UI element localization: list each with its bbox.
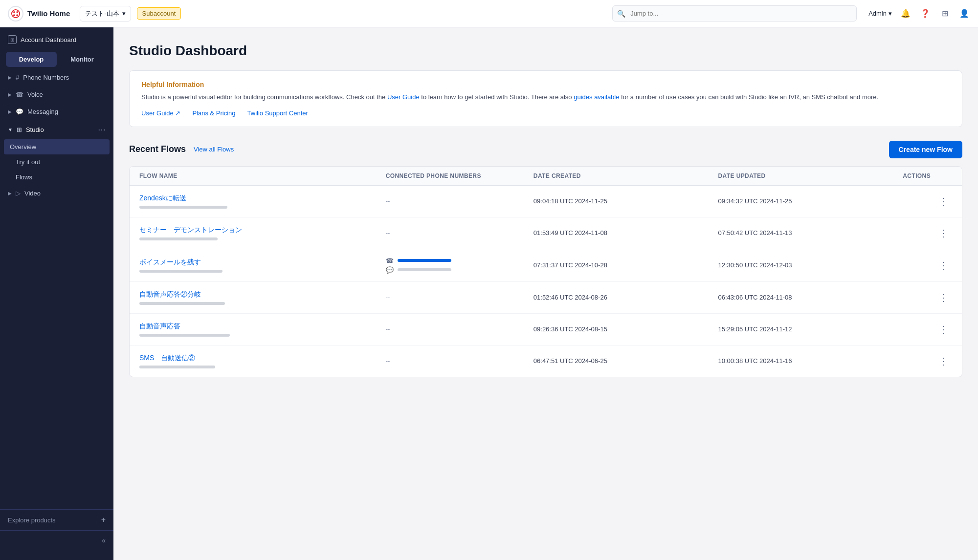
flow-name-cell-4: 自動音声応答 <box>139 322 386 337</box>
account-selector[interactable]: テスト-山本 ▾ <box>80 6 131 22</box>
flow-link-1[interactable]: セミナー デモンストレーション <box>139 226 386 235</box>
date-updated-cell-5: 10:00:38 UTC 2024-11-16 <box>718 357 903 365</box>
svg-point-2 <box>16 11 18 13</box>
search-container: 🔍 <box>612 5 857 22</box>
notifications-icon[interactable]: 🔔 <box>900 8 911 20</box>
flow-bar-0 <box>139 206 227 209</box>
account-name: テスト-山本 <box>85 9 119 18</box>
video-label: Video <box>24 190 41 197</box>
help-icon[interactable]: ❓ <box>919 8 931 20</box>
sidebar-collapse-button[interactable]: « <box>0 530 113 550</box>
sidebar-item-video[interactable]: ▶ ▷ Video <box>0 185 113 202</box>
account-dashboard-label[interactable]: Account Dashboard <box>21 36 76 43</box>
tab-monitor[interactable]: Monitor <box>57 52 108 67</box>
studio-flows-item[interactable]: Flows <box>0 170 113 185</box>
phone-numbers-label: Phone Numbers <box>23 74 69 81</box>
admin-label: Admin <box>868 10 887 17</box>
sidebar-tabs: Develop Monitor <box>6 52 108 67</box>
date-updated-cell-4: 15:29:05 UTC 2024-11-12 <box>718 325 903 333</box>
helpful-text-after-link1: to learn how to get started with Studio.… <box>420 93 574 101</box>
phone-number-icon: ☎ <box>386 257 394 264</box>
more-actions-button-4[interactable]: ⋮ <box>934 322 952 337</box>
flow-link-2[interactable]: ボイスメールを残す <box>139 258 386 267</box>
helpful-info-title: Helpful Information <box>141 81 950 88</box>
svg-point-0 <box>12 9 20 17</box>
studio-icon: ⊞ <box>17 126 22 133</box>
flows-label: Flows <box>16 173 32 181</box>
try-it-out-label: Try it out <box>16 158 40 166</box>
sidebar-item-voice[interactable]: ▶ ☎ Voice <box>0 86 113 103</box>
connected-number-row-1: 💬 <box>386 266 533 274</box>
flows-table: Flow Name Connected phone numbers Date c… <box>129 166 962 377</box>
view-all-flows-link[interactable]: View all Flows <box>194 146 234 153</box>
date-created-cell-3: 01:52:46 UTC 2024-08-26 <box>533 294 718 301</box>
flow-name-cell-5: SMS 自動送信② <box>139 354 386 368</box>
collapse-icon: « <box>102 537 106 544</box>
flow-link-4[interactable]: 自動音声応答 <box>139 322 386 331</box>
studio-more-icon[interactable]: ⋯ <box>98 125 106 134</box>
helpful-link-user-guide[interactable]: User Guide ↗ <box>141 109 180 117</box>
tab-develop[interactable]: Develop <box>6 52 57 67</box>
create-new-flow-button[interactable]: Create new Flow <box>889 141 962 158</box>
connected-cell-0: -- <box>386 197 533 205</box>
studio-try-it-out-item[interactable]: Try it out <box>0 154 113 170</box>
overview-label: Overview <box>10 143 36 151</box>
app-name: Twilio Home <box>27 9 70 18</box>
more-actions-button-1[interactable]: ⋮ <box>934 225 952 241</box>
admin-arrow: ▾ <box>889 10 892 17</box>
account-icon: ⊞ <box>8 35 17 44</box>
more-actions-button-3[interactable]: ⋮ <box>934 290 952 305</box>
flow-link-3[interactable]: 自動音声応答②分岐 <box>139 290 386 299</box>
flow-bar-5 <box>139 366 215 368</box>
svg-point-3 <box>13 14 15 16</box>
search-input[interactable] <box>612 5 857 22</box>
table-row: 自動音声応答 -- 09:26:36 UTC 2024-08-15 15:29:… <box>130 314 962 345</box>
explore-plus-icon[interactable]: + <box>101 516 106 524</box>
video-icon: ▷ <box>16 190 21 197</box>
admin-menu[interactable]: Admin ▾ <box>868 10 892 17</box>
hash-icon: # <box>16 74 19 81</box>
messaging-icon: 💬 <box>16 108 23 115</box>
helpful-text-before-link1: Studio is a powerful visual editor for b… <box>141 93 387 101</box>
helpful-link-support[interactable]: Twilio Support Center <box>247 109 308 117</box>
expand-arrow-video: ▶ <box>8 191 12 196</box>
header-date-created: Date created <box>533 172 718 179</box>
sidebar-item-phone-numbers[interactable]: ▶ # Phone Numbers <box>0 69 113 86</box>
actions-cell-0: ⋮ <box>903 194 952 209</box>
flow-name-cell-1: セミナー デモンストレーション <box>139 226 386 240</box>
flow-link-0[interactable]: Zendeskに転送 <box>139 194 386 203</box>
user-guide-link[interactable]: User Guide <box>387 93 420 101</box>
actions-cell-5: ⋮ <box>903 353 952 369</box>
helpful-link-pricing[interactable]: Plans & Pricing <box>192 109 235 117</box>
user-icon[interactable]: 👤 <box>958 8 970 20</box>
actions-cell-2: ⋮ <box>903 258 952 273</box>
search-icon: 🔍 <box>617 10 625 18</box>
sidebar-account: ⊞ Account Dashboard <box>0 27 113 48</box>
table-row: SMS 自動送信② -- 06:47:51 UTC 2024-06-25 10:… <box>130 345 962 377</box>
helpful-info-box: Helpful Information Studio is a powerful… <box>129 70 962 127</box>
helpful-text-after-link2: for a number of use cases you can build … <box>619 93 878 101</box>
guides-available-link[interactable]: guides available <box>574 93 619 101</box>
page-title: Studio Dashboard <box>129 43 962 59</box>
header-flow-name: Flow Name <box>139 172 386 179</box>
studio-overview-item[interactable]: Overview <box>4 139 110 154</box>
more-actions-button-0[interactable]: ⋮ <box>934 194 952 209</box>
helpful-info-links: User Guide ↗ Plans & Pricing Twilio Supp… <box>141 109 950 117</box>
studio-label: Studio <box>26 126 44 133</box>
svg-point-4 <box>16 14 18 16</box>
table-row: セミナー デモンストレーション -- 01:53:49 UTC 2024-11-… <box>130 217 962 249</box>
connected-cell-3: -- <box>386 294 533 301</box>
studio-subnav: Overview Try it out Flows <box>0 139 113 185</box>
flow-link-5[interactable]: SMS 自動送信② <box>139 354 386 363</box>
sidebar-item-messaging[interactable]: ▶ 💬 Messaging <box>0 103 113 120</box>
helpful-info-text: Studio is a powerful visual editor for b… <box>141 92 950 103</box>
voice-label: Voice <box>27 91 43 98</box>
voice-icon: ☎ <box>16 91 23 98</box>
more-actions-button-5[interactable]: ⋮ <box>934 353 952 369</box>
connected-cell-1: -- <box>386 229 533 237</box>
more-actions-button-2[interactable]: ⋮ <box>934 258 952 273</box>
grid-icon[interactable]: ⊞ <box>939 8 951 20</box>
app-logo[interactable]: Twilio Home <box>8 6 70 22</box>
header-connected-numbers: Connected phone numbers <box>386 172 533 179</box>
sidebar-item-studio[interactable]: ▼ ⊞ Studio ⋯ <box>0 120 113 139</box>
